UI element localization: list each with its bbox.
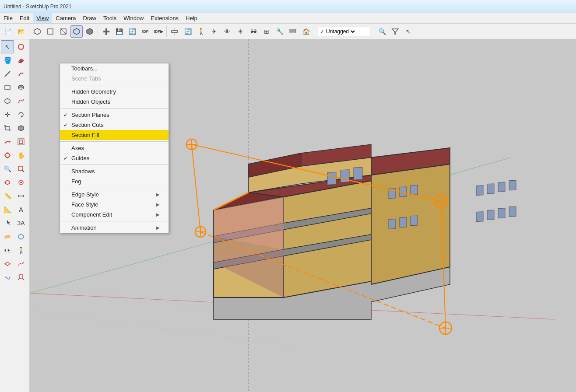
tool-scale[interactable]: [1, 122, 14, 135]
tool-axes[interactable]: [1, 217, 14, 230]
tool-eraser[interactable]: [14, 54, 28, 67]
vm-hidden-objects[interactable]: Hidden Objects: [60, 97, 169, 107]
toolbar-back[interactable]: [57, 25, 70, 38]
toolbar-walk[interactable]: 🚶: [195, 25, 207, 38]
tool-sandbox1[interactable]: [1, 257, 14, 270]
tool-rectangle[interactable]: [1, 81, 14, 94]
toolbar-perspective[interactable]: [70, 25, 83, 38]
toolbar-sun[interactable]: ☀: [234, 25, 246, 38]
tool-row-5: [1, 94, 28, 108]
tool-zoom-tool[interactable]: 🔍: [1, 162, 14, 175]
tool-walk[interactable]: 🚶: [14, 244, 28, 257]
tool-sandbox3[interactable]: [1, 271, 14, 284]
toolbar-lookout[interactable]: 👁: [221, 25, 233, 38]
svg-rect-75: [411, 185, 418, 195]
tool-polygon[interactable]: [1, 94, 14, 108]
menu-extensions[interactable]: Extensions: [148, 13, 183, 23]
tool-select[interactable]: ↖: [1, 40, 14, 53]
tool-row-9: ✋: [1, 149, 28, 162]
tool-rotate[interactable]: [14, 108, 28, 121]
vm-face-style[interactable]: Face Style ▶: [60, 200, 169, 210]
toolbar-shaded[interactable]: [84, 25, 96, 38]
vm-component-edit[interactable]: Component Edit ▶: [60, 210, 169, 220]
toolbar-filter[interactable]: [389, 25, 401, 38]
vm-axes[interactable]: Axes: [60, 143, 169, 153]
tool-paint[interactable]: 🪣: [1, 54, 14, 67]
toolbar-new[interactable]: 📄: [2, 25, 14, 38]
tool-freehand[interactable]: [14, 94, 28, 108]
menu-draw[interactable]: Draw: [80, 13, 100, 23]
toolbar-glasses[interactable]: 🕶: [247, 25, 260, 38]
tool-pushpull[interactable]: [14, 122, 28, 135]
menu-edit[interactable]: Edit: [16, 13, 33, 23]
vm-shadows[interactable]: Shadows: [60, 166, 169, 176]
tool-sandbox4[interactable]: [14, 271, 28, 284]
svg-rect-86: [509, 206, 516, 217]
vm-section-planes[interactable]: Section Planes: [60, 110, 169, 120]
vm-animation[interactable]: Animation ▶: [60, 223, 169, 233]
tag-dropdown[interactable]: ✓ Untagged Layer1: [318, 27, 370, 36]
menu-help[interactable]: Help: [182, 13, 201, 23]
tool-arc[interactable]: [14, 67, 28, 80]
tool-orbit[interactable]: [1, 149, 14, 162]
vm-toolbars[interactable]: Toolbars...: [60, 63, 169, 74]
tool-protractor[interactable]: 📐: [1, 203, 14, 216]
toolbar-zoom[interactable]: 🔍: [376, 25, 388, 38]
toolbar-fly[interactable]: ✈: [208, 25, 220, 38]
toolbar-components[interactable]: 🏠: [300, 25, 312, 38]
tool-interact[interactable]: [14, 230, 28, 243]
toolbar-arrow[interactable]: ↖: [402, 25, 414, 38]
tool-offset[interactable]: [14, 135, 28, 148]
vm-section-fill[interactable]: Section Fill: [60, 130, 169, 140]
svg-rect-8: [290, 29, 296, 31]
vm-scene-tabs[interactable]: Scene Tabs: [60, 74, 169, 84]
menu-camera[interactable]: Camera: [52, 13, 79, 23]
menu-view[interactable]: View: [33, 13, 52, 23]
menu-file[interactable]: File: [0, 13, 16, 23]
vm-section-cuts[interactable]: Section Cuts: [60, 120, 169, 130]
toolbar-iso[interactable]: [31, 25, 43, 38]
toolbar-orbit[interactable]: 🔄: [182, 25, 194, 38]
svg-line-47: [18, 278, 19, 280]
vm-sep1: [60, 85, 169, 85]
toolbar-layers[interactable]: [287, 25, 299, 38]
tool-prevview[interactable]: [14, 176, 28, 189]
toolbar-idf2[interactable]: IDF▶: [152, 25, 165, 38]
toolbar-save-scene[interactable]: 💾: [113, 25, 125, 38]
menu-window[interactable]: Window: [120, 13, 147, 23]
toolbar-grid[interactable]: ⊞: [260, 25, 273, 38]
tool-pan[interactable]: ✋: [14, 149, 28, 162]
toolbar-sep3: [166, 26, 167, 37]
vm-fog[interactable]: Fog: [60, 176, 169, 186]
vm-edge-style[interactable]: Edge Style ▶: [60, 189, 169, 200]
tool-sectionplane[interactable]: [1, 230, 14, 243]
toolbar-add-scene[interactable]: ➕: [100, 25, 112, 38]
svg-rect-9: [290, 32, 296, 33]
toolbar-wrench[interactable]: 🔧: [274, 25, 286, 38]
tool-tape[interactable]: 📏: [1, 189, 14, 203]
vm-hidden-geometry[interactable]: Hidden Geometry: [60, 87, 169, 97]
tool-text[interactable]: A: [14, 203, 28, 216]
tool-followme[interactable]: [1, 135, 14, 148]
tag-select[interactable]: Untagged Layer1: [324, 28, 356, 35]
toolbar-front[interactable]: [44, 25, 56, 38]
vm-guides[interactable]: Guides: [60, 153, 169, 163]
menu-tools[interactable]: Tools: [100, 13, 120, 23]
toolbar-section1[interactable]: [169, 25, 181, 38]
toolbar-update[interactable]: 🔄: [126, 25, 138, 38]
toolbar-idf1[interactable]: IDF: [139, 25, 151, 38]
svg-marker-12: [18, 59, 24, 63]
tool-extents[interactable]: [1, 176, 14, 189]
tool-line[interactable]: [1, 67, 14, 80]
tool-zoomwindow[interactable]: [14, 162, 28, 175]
toolbar-open[interactable]: 📂: [15, 25, 27, 38]
app-title: Untitled - SketchUp Pro 2021: [4, 4, 71, 10]
tool-circle[interactable]: [14, 81, 28, 94]
tool-sandbox2[interactable]: [14, 257, 28, 270]
tool-lookaround[interactable]: 👀: [1, 244, 14, 257]
tool-component[interactable]: [14, 40, 28, 53]
tool-move[interactable]: ✛: [1, 108, 14, 121]
tool-dimension[interactable]: [14, 189, 28, 203]
tool-3dtext[interactable]: 3A: [14, 217, 28, 230]
viewport[interactable]: Toolbars... Scene Tabs Hidden Geometry H…: [30, 39, 576, 392]
